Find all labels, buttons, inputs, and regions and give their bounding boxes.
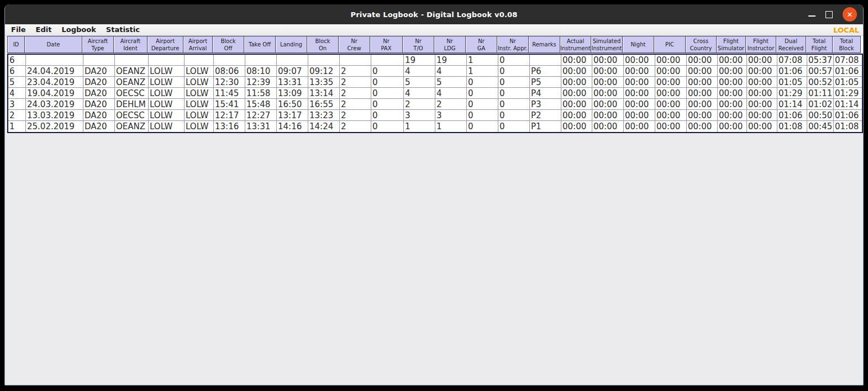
cell-cross-country[interactable]: 00:00: [687, 110, 718, 121]
cell-nr-t-o[interactable]: 1: [404, 121, 435, 132]
cell-take-off[interactable]: 13:31: [245, 121, 277, 132]
cell-actual-instrument[interactable]: 00:00: [561, 77, 592, 88]
cell-remarks[interactable]: P4: [530, 88, 561, 99]
cell-id[interactable]: 4: [8, 88, 26, 99]
cell-night[interactable]: 00:00: [624, 66, 655, 77]
cell-block-off[interactable]: 12:30: [214, 77, 245, 88]
cell-dual-received[interactable]: 01:14: [777, 99, 807, 110]
column-header-date[interactable]: Date: [25, 36, 82, 53]
menu-item-logbook[interactable]: Logbook: [56, 24, 101, 35]
cell-block-on[interactable]: 09:12: [308, 66, 340, 77]
cell-airport-departure[interactable]: LOLW: [149, 88, 185, 99]
column-header-nr-ldg[interactable]: Nr LDG: [434, 36, 466, 53]
cell-pic[interactable]: 00:00: [655, 99, 687, 110]
cell-total-flight[interactable]: 00:45: [807, 121, 834, 132]
cell-id[interactable]: 6: [8, 55, 26, 66]
cell-night[interactable]: 00:00: [624, 55, 655, 66]
cell-night[interactable]: 00:00: [624, 121, 655, 132]
cell-total-flight[interactable]: 00:50: [807, 110, 834, 121]
cell-nr-ldg[interactable]: 4: [435, 88, 467, 99]
cell-nr-ga[interactable]: 0: [467, 121, 498, 132]
table-row[interactable]: 125.02.2019DA20OEANZLOLWLOLW13:1613:3114…: [8, 121, 862, 132]
cell-cross-country[interactable]: 00:00: [687, 55, 718, 66]
table-row[interactable]: 619191000:0000:0000:0000:0000:0000:0000:…: [8, 55, 862, 66]
cell-simulated-instrument[interactable]: 00:00: [592, 121, 624, 132]
cell-total-flight[interactable]: 05:37: [807, 55, 834, 66]
cell-flight-simulator[interactable]: 00:00: [718, 55, 747, 66]
column-header-aircraft-ident[interactable]: Aircraft Ident: [114, 36, 148, 53]
cell-nr-pax[interactable]: 0: [371, 110, 404, 121]
cell-remarks[interactable]: P6: [530, 66, 561, 77]
cell-take-off[interactable]: 15:48: [245, 99, 277, 110]
cell-flight-instructor[interactable]: 00:00: [747, 110, 777, 121]
cell-cross-country[interactable]: 00:00: [687, 99, 718, 110]
cell-aircraft-type[interactable]: DA20: [83, 99, 115, 110]
cell-dual-received[interactable]: 01:06: [777, 110, 807, 121]
cell-dual-received[interactable]: 01:29: [777, 88, 807, 99]
cell-landing[interactable]: 16:50: [277, 99, 308, 110]
cell-remarks[interactable]: P5: [530, 77, 561, 88]
cell-aircraft-ident[interactable]: OECSC: [115, 88, 149, 99]
cell-flight-instructor[interactable]: 00:00: [747, 121, 777, 132]
cell-actual-instrument[interactable]: 00:00: [561, 55, 592, 66]
cell-dual-received[interactable]: 01:05: [777, 77, 807, 88]
cell-aircraft-ident[interactable]: OEANZ: [115, 121, 149, 132]
cell-cross-country[interactable]: 00:00: [687, 66, 718, 77]
cell-nr-crew[interactable]: 2: [340, 88, 371, 99]
cell-nr-ldg[interactable]: 2: [435, 99, 467, 110]
column-header-night[interactable]: Night: [623, 36, 654, 53]
cell-nr-instr-appr[interactable]: 0: [498, 66, 530, 77]
cell-night[interactable]: 00:00: [624, 99, 655, 110]
cell-night[interactable]: 00:00: [624, 88, 655, 99]
cell-flight-simulator[interactable]: 00:00: [718, 66, 747, 77]
column-header-nr-instr-appr[interactable]: Nr Instr. Appr.: [497, 36, 529, 53]
cell-nr-instr-appr[interactable]: 0: [498, 99, 530, 110]
column-header-block-off[interactable]: Block Off: [213, 36, 244, 53]
cell-cross-country[interactable]: 00:00: [687, 88, 718, 99]
cell-nr-instr-appr[interactable]: 0: [498, 110, 530, 121]
cell-total-block[interactable]: 01:05: [834, 77, 862, 88]
cell-total-block[interactable]: 07:08: [834, 55, 862, 66]
cell-nr-instr-appr[interactable]: 0: [498, 88, 530, 99]
cell-actual-instrument[interactable]: 00:00: [561, 99, 592, 110]
cell-take-off[interactable]: [245, 55, 277, 66]
cell-cross-country[interactable]: 00:00: [687, 77, 718, 88]
cell-nr-ldg[interactable]: 4: [435, 66, 467, 77]
table-row[interactable]: 324.03.2019DA20DEHLMLOLWLOLW15:4115:4816…: [8, 99, 862, 110]
cell-actual-instrument[interactable]: 00:00: [561, 66, 592, 77]
cell-block-on[interactable]: 14:24: [308, 121, 340, 132]
cell-remarks[interactable]: P1: [530, 121, 561, 132]
menu-item-edit[interactable]: Edit: [31, 24, 57, 35]
cell-block-off[interactable]: 13:16: [214, 121, 245, 132]
cell-total-block[interactable]: 01:29: [834, 88, 862, 99]
cell-date[interactable]: 13.03.2019: [26, 110, 83, 121]
cell-actual-instrument[interactable]: 00:00: [561, 110, 592, 121]
cell-total-flight[interactable]: 01:02: [807, 99, 834, 110]
table-row[interactable]: 419.04.2019DA20OECSCLOLWLOLW11:4511:5813…: [8, 88, 862, 99]
column-header-nr-ga[interactable]: Nr GA: [466, 36, 497, 53]
column-header-nr-t-o[interactable]: Nr T/O: [403, 36, 434, 53]
cell-airport-departure[interactable]: LOLW: [149, 66, 185, 77]
cell-airport-departure[interactable]: LOLW: [149, 77, 185, 88]
cell-nr-pax[interactable]: 0: [371, 99, 404, 110]
cell-aircraft-type[interactable]: DA20: [83, 77, 115, 88]
cell-aircraft-ident[interactable]: OEANZ: [115, 77, 149, 88]
cell-airport-departure[interactable]: LOLW: [149, 121, 185, 132]
cell-pic[interactable]: 00:00: [655, 110, 687, 121]
cell-date[interactable]: 25.02.2019: [26, 121, 83, 132]
column-header-flight-simulator[interactable]: Flight Simulator: [717, 36, 746, 53]
cell-block-on[interactable]: 13:14: [308, 88, 340, 99]
cell-nr-ga[interactable]: 1: [467, 66, 498, 77]
column-header-landing[interactable]: Landing: [276, 36, 307, 53]
cell-pic[interactable]: 00:00: [655, 88, 687, 99]
cell-nr-ga[interactable]: 0: [467, 77, 498, 88]
cell-airport-departure[interactable]: LOLW: [149, 99, 185, 110]
cell-simulated-instrument[interactable]: 00:00: [592, 110, 624, 121]
cell-aircraft-type[interactable]: [83, 55, 115, 66]
cell-simulated-instrument[interactable]: 00:00: [592, 99, 624, 110]
cell-aircraft-type[interactable]: DA20: [83, 121, 115, 132]
column-header-flight-instructor[interactable]: Flight Instructor: [746, 36, 776, 53]
cell-total-block[interactable]: 01:06: [834, 66, 862, 77]
cell-nr-crew[interactable]: 2: [340, 66, 371, 77]
cell-block-on[interactable]: [308, 55, 340, 66]
